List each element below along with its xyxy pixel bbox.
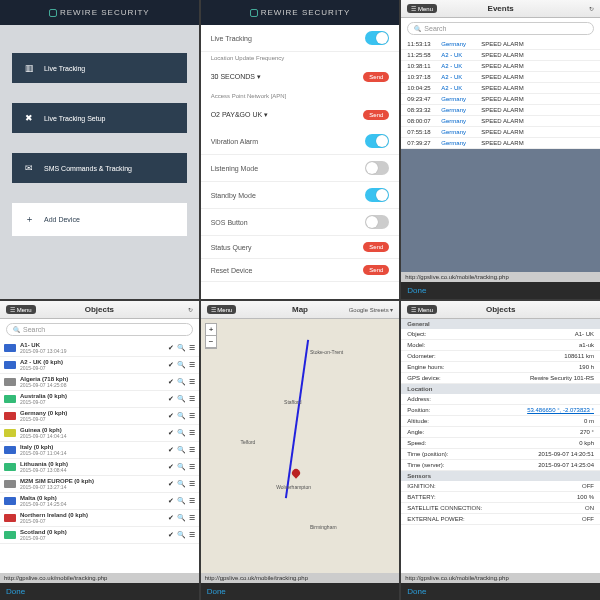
- search-icon[interactable]: 🔍: [177, 361, 186, 369]
- more-icon[interactable]: ☰: [189, 361, 195, 369]
- event-row[interactable]: 11:53:13GermanySPEED ALARM: [401, 39, 600, 50]
- done-button[interactable]: Done: [207, 587, 226, 596]
- zoom-controls[interactable]: +−: [205, 323, 218, 349]
- section-location: Location: [401, 384, 600, 394]
- add-device-button[interactable]: ＋Add Device: [12, 203, 187, 236]
- object-row[interactable]: Italy (0 kph)2015-09-07 11:04:14✔🔍☰: [0, 442, 199, 459]
- object-row[interactable]: Australia (0 kph)2015-09-07✔🔍☰: [0, 391, 199, 408]
- more-icon[interactable]: ☰: [189, 446, 195, 454]
- screen-home: REWIRE SECURITY ▥Live Tracking ✖Live Tra…: [0, 0, 199, 299]
- event-row[interactable]: 10:04:25A2 - UKSPEED ALARM: [401, 83, 600, 94]
- map-canvas[interactable]: +− Stoke-on-Trent Stafford Telford Wolve…: [201, 319, 400, 573]
- event-row[interactable]: 07:55:18GermanySPEED ALARM: [401, 127, 600, 138]
- vehicle-icon: [4, 480, 16, 488]
- search-icon[interactable]: 🔍: [177, 463, 186, 471]
- sms-commands-button[interactable]: ✉SMS Commands & Tracking: [12, 153, 187, 183]
- search-input[interactable]: Search: [407, 22, 594, 35]
- more-icon[interactable]: ☰: [189, 378, 195, 386]
- more-icon[interactable]: ☰: [189, 497, 195, 505]
- page-title: Map: [201, 305, 400, 314]
- search-icon[interactable]: 🔍: [177, 514, 186, 522]
- apn-label: Access Point Network [APN]: [201, 90, 400, 107]
- more-icon[interactable]: ☰: [189, 429, 195, 437]
- url-bar: http://gpslive.co.uk/mobile/tracking.php: [401, 573, 600, 583]
- more-icon[interactable]: ☰: [189, 514, 195, 522]
- status-send-button[interactable]: Send: [363, 242, 389, 252]
- check-icon: ✔: [168, 344, 174, 352]
- listening-toggle[interactable]: [365, 161, 389, 175]
- check-icon: ✔: [168, 497, 174, 505]
- check-icon: ✔: [168, 446, 174, 454]
- search-icon[interactable]: 🔍: [177, 429, 186, 437]
- search-icon[interactable]: 🔍: [177, 446, 186, 454]
- object-row[interactable]: Guinea (0 kph)2015-09-07 14:04:14✔🔍☰: [0, 425, 199, 442]
- map-label: Stafford: [284, 399, 301, 405]
- apn-send-button[interactable]: Send: [363, 110, 389, 120]
- detail-row: EXTERNAL POWER:OFF: [401, 514, 600, 525]
- done-button[interactable]: Done: [407, 587, 426, 596]
- vehicle-icon: [4, 344, 16, 352]
- object-row[interactable]: Malta (0 kph)2015-09-07 14:25:04✔🔍☰: [0, 493, 199, 510]
- event-row[interactable]: 09:23:47GermanySPEED ALARM: [401, 94, 600, 105]
- object-row[interactable]: A1- UK2015-09-07 13:04:19✔🔍☰: [0, 340, 199, 357]
- map-label: Stoke-on-Trent: [310, 349, 343, 355]
- empty-area: [401, 149, 600, 272]
- vehicle-icon: [4, 531, 16, 539]
- map-pin-icon[interactable]: [290, 467, 301, 478]
- more-icon[interactable]: ☰: [189, 463, 195, 471]
- check-icon: ✔: [168, 361, 174, 369]
- object-row[interactable]: Germany (0 kph)2015-09-07✔🔍☰: [0, 408, 199, 425]
- standby-toggle[interactable]: [365, 188, 389, 202]
- object-row[interactable]: M2M SIM EUROPE (0 kph)2015-09-07 13:27:1…: [0, 476, 199, 493]
- done-button[interactable]: Done: [407, 286, 426, 295]
- vehicle-icon: [4, 429, 16, 437]
- event-row[interactable]: 07:39:27GermanySPEED ALARM: [401, 138, 600, 149]
- screen-events: ☰ MenuEvents↻ Search 11:53:13GermanySPEE…: [401, 0, 600, 299]
- event-row[interactable]: 08:33:32GermanySPEED ALARM: [401, 105, 600, 116]
- position-link[interactable]: 53.486650 °, -2.073823 °: [527, 407, 594, 413]
- object-row[interactable]: Lithuania (0 kph)2015-09-07 13:08:44✔🔍☰: [0, 459, 199, 476]
- object-row[interactable]: Northern Ireland (0 kph)2015-09-07✔🔍☰: [0, 510, 199, 527]
- search-icon[interactable]: 🔍: [177, 344, 186, 352]
- live-tracking-toggle[interactable]: [365, 31, 389, 45]
- live-tracking-row: Live Tracking: [201, 25, 400, 52]
- object-row[interactable]: Scotland (0 kph)2015-09-07✔🔍☰: [0, 527, 199, 544]
- check-icon: ✔: [168, 514, 174, 522]
- vibration-toggle[interactable]: [365, 134, 389, 148]
- event-row[interactable]: 10:37:18A2 - UKSPEED ALARM: [401, 72, 600, 83]
- object-row[interactable]: Algeria (718 kph)2015-09-07 14:25:08✔🔍☰: [0, 374, 199, 391]
- zoom-out-button[interactable]: −: [206, 336, 217, 348]
- event-row[interactable]: 08:00:07GermanySPEED ALARM: [401, 116, 600, 127]
- more-icon[interactable]: ☰: [189, 395, 195, 403]
- live-tracking-setup-button[interactable]: ✖Live Tracking Setup: [12, 103, 187, 133]
- search-icon[interactable]: 🔍: [177, 395, 186, 403]
- brand-header: REWIRE SECURITY: [0, 0, 199, 25]
- search-icon[interactable]: 🔍: [177, 480, 186, 488]
- apn-select[interactable]: O2 PAY&GO UK ▾: [211, 111, 268, 119]
- more-icon[interactable]: ☰: [189, 412, 195, 420]
- done-button[interactable]: Done: [6, 587, 25, 596]
- zoom-in-button[interactable]: +: [206, 324, 217, 336]
- search-icon[interactable]: 🔍: [177, 531, 186, 539]
- frequency-select[interactable]: 30 SECONDS ▾: [211, 73, 261, 81]
- frequency-send-button[interactable]: Send: [363, 72, 389, 82]
- reset-send-button[interactable]: Send: [363, 265, 389, 275]
- more-icon[interactable]: ☰: [189, 531, 195, 539]
- page-title: Events: [401, 4, 600, 13]
- sos-toggle[interactable]: [365, 215, 389, 229]
- event-row[interactable]: 11:25:58A2 - UKSPEED ALARM: [401, 50, 600, 61]
- search-icon[interactable]: 🔍: [177, 378, 186, 386]
- check-icon: ✔: [168, 463, 174, 471]
- more-icon[interactable]: ☰: [189, 344, 195, 352]
- event-row[interactable]: 10:38:11A2 - UKSPEED ALARM: [401, 61, 600, 72]
- object-row[interactable]: A2 - UK (0 kph)2015-09-07✔🔍☰: [0, 357, 199, 374]
- wrench-icon: ✖: [22, 113, 36, 123]
- search-icon[interactable]: 🔍: [177, 412, 186, 420]
- url-bar: http://gpslive.co.uk/mobile/tracking.php: [201, 573, 400, 583]
- search-icon[interactable]: 🔍: [177, 497, 186, 505]
- frequency-label: Location Update Frequency: [201, 52, 400, 69]
- screen-map: ☰ MenuMapGoogle Streets ▾ +− Stoke-on-Tr…: [201, 301, 400, 600]
- search-input[interactable]: Search: [6, 323, 193, 336]
- live-tracking-button[interactable]: ▥Live Tracking: [12, 53, 187, 83]
- more-icon[interactable]: ☰: [189, 480, 195, 488]
